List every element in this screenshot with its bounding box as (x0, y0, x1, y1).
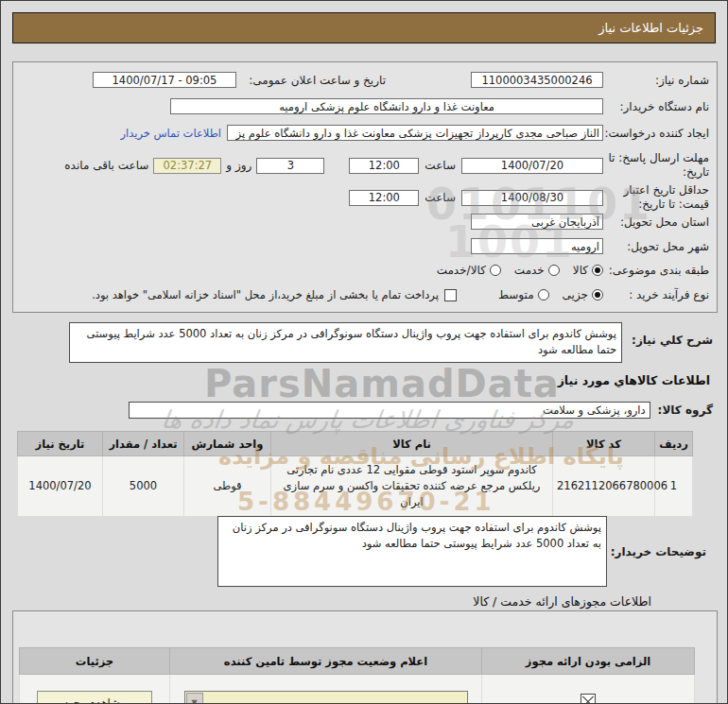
deadline-hour-label: ساعت (425, 159, 456, 172)
province-label: استان محل تحویل: (603, 215, 709, 229)
dropdown-arrow-icon[interactable]: ▼ (186, 693, 203, 704)
license-status-value: -- (204, 696, 467, 704)
province-row: استان محل تحویل: آذربایجان غربی (21, 214, 709, 230)
cell-goods-code: 2162112066780006 (553, 456, 655, 517)
col-need-date: تاریخ نیاز (18, 432, 103, 456)
city-row: شهر محل تحویل: ارومیه (21, 238, 709, 254)
countdown-timer: 02:37:27 (153, 158, 221, 174)
license-table-header-row: الزامی بودن ارائه مجوز اعلام وضعیت مجوز … (20, 648, 695, 675)
radio-medium[interactable] (538, 289, 549, 300)
col-quantity: تعداد / مقدار (103, 432, 184, 456)
col-goods-code: کد کالا (553, 432, 655, 456)
license-table: الزامی بودن ارائه مجوز اعلام وضعیت مجوز … (19, 647, 695, 704)
days-suffix-label: روز و (226, 159, 251, 172)
need-info-panel: شماره نیاز: 1100003435000246 تاریخ و ساع… (12, 61, 718, 313)
need-description-box[interactable]: پوشش کاندوم برای استفاده جهت پروب واژینا… (69, 322, 622, 363)
col-goods-name: نام کالا (271, 432, 553, 456)
view-license-button[interactable]: مشاهده مجوز (37, 691, 152, 704)
license-table-row: ▼ -- مشاهده مجوز (20, 675, 695, 704)
deadline-time-input[interactable]: 12:00 (349, 158, 419, 174)
cell-count-unit: قوطی (184, 456, 271, 517)
subject-class-label: طبقه بندی موضوعی: (603, 264, 709, 277)
buyer-notes-box[interactable]: پوشش کاندوم برای استفاده جهت پروب واژینا… (217, 516, 607, 587)
cell-need-date: 1400/07/20 (18, 456, 103, 517)
treasury-payment-checkbox[interactable] (444, 289, 457, 301)
validity-time-input[interactable]: 12:00 (349, 190, 419, 206)
goods-section-title: اطلاعات کالاهاي مورد نیاز (558, 373, 710, 387)
license-required-checkbox[interactable] (581, 694, 596, 704)
radio-service-label: خدمت (514, 264, 545, 277)
treasury-payment-label: پرداخت تمام یا بخشی از مبلغ خرید،از محل … (92, 288, 439, 301)
request-creator-row: ایجاد کننده درخواست: الناز صباحی مجدی کا… (21, 125, 709, 141)
goods-table-row: 1 2162112066780006 کاندوم سوپر استود قوط… (18, 456, 693, 517)
need-details-screen: جزئیات اطلاعات نیاز شماره نیاز: 11000034… (0, 0, 728, 704)
radio-goods-label: کالا (573, 264, 588, 277)
countdown-suffix-label: ساعت باقی مانده (64, 159, 148, 172)
radio-partial[interactable] (592, 289, 603, 300)
announce-datetime-label: تاریخ و ساعت اعلان عمومی: (236, 74, 386, 87)
license-panel: الزامی بودن ارائه مجوز اعلام وضعیت مجوز … (12, 610, 718, 704)
goods-table-header-row: ردیف کد کالا نام کالا واحد شمارش تعداد /… (18, 432, 693, 456)
buyer-org-label: نام دستگاه خریدار: (603, 100, 709, 113)
radio-goods-service[interactable] (490, 265, 501, 276)
days-remaining-input: 3 (256, 158, 324, 174)
city-label: شهر محل تحویل: (603, 240, 709, 253)
city-input[interactable]: ارومیه (471, 238, 603, 254)
need-number-row: شماره نیاز: 1100003435000246 تاریخ و ساع… (21, 72, 709, 88)
goods-group-row: گروه کالا: دارو، پزشکی و سلامت (129, 402, 713, 419)
announce-datetime-input[interactable]: 1400/07/17 - 09:05 (93, 72, 236, 88)
validity-hour-label: ساعت (425, 191, 456, 204)
request-creator-label: ایجاد کننده درخواست: (603, 127, 709, 140)
radio-partial-label: جزیی (563, 288, 588, 301)
col-license-details: جزئیات (20, 648, 170, 675)
goods-table: ردیف کد کالا نام کالا واحد شمارش تعداد /… (17, 431, 693, 517)
response-deadline-label: مهلت ارسال پاسخ: تا تاریخ: (603, 151, 709, 180)
cell-goods-name: کاندوم سوپر استود قوطی مقوایی 12 عددی نا… (271, 456, 553, 517)
license-status-dropdown[interactable]: ▼ -- (184, 691, 468, 704)
radio-goods[interactable] (592, 265, 603, 276)
need-description-row: شرح کلي نیاز: پوشش کاندوم برای استفاده ج… (10, 322, 713, 363)
radio-goods-service-label: کالا/خدمت (437, 264, 486, 277)
process-type-label: نوع فرآیند خرید : (603, 288, 709, 301)
buyer-contact-link[interactable]: اطلاعات تماس خریدار (120, 127, 221, 140)
price-validity-label: حداقل تاریخ اعتبار قیمت: تا تاریخ: (603, 183, 709, 212)
request-creator-input[interactable]: الناز صباحی مجدی کارپرداز تجهیزات پزشکی … (227, 125, 603, 141)
radio-service[interactable] (548, 265, 560, 276)
need-number-input[interactable]: 1100003435000246 (471, 72, 603, 88)
province-input[interactable]: آذربایجان غربی (471, 214, 603, 230)
deadline-date-input[interactable]: 1400/07/20 (461, 158, 603, 174)
need-number-label: شماره نیاز: (603, 74, 709, 87)
radio-medium-label: متوسط (498, 288, 534, 301)
buyer-notes-label: توضیحات خریدار: (612, 545, 706, 558)
watermark-parsnamaddata: ParsNamadData (204, 362, 560, 405)
subject-class-row: طبقه بندی موضوعی: کالا خدمت کالا/خدمت (21, 264, 709, 277)
col-count-unit: واحد شمارش (184, 432, 271, 456)
process-type-row: نوع فرآیند خرید : جزیی متوسط پرداخت تمام… (21, 288, 709, 301)
cell-license-required (482, 675, 695, 704)
cell-quantity: 5000 (103, 456, 184, 517)
col-license-required: الزامی بودن ارائه مجوز (482, 648, 695, 675)
page-title: جزئیات اطلاعات نیاز (12, 12, 716, 43)
need-description-label: شرح کلي نیاز: (626, 334, 713, 347)
validity-date-input[interactable]: 1400/08/30 (461, 190, 603, 206)
cell-license-status: ▼ -- (170, 675, 482, 704)
buyer-org-input[interactable]: معاونت غذا و دارو دانشگاه علوم پزشکی ارو… (170, 98, 603, 114)
license-section-title: اطلاعات مجوزهای ارائه خدمت / کالا (473, 594, 651, 609)
buyer-notes-row: توضیحات خریدار: پوشش کاندوم برای استفاده… (217, 516, 706, 587)
goods-group-input[interactable]: دارو، پزشکی و سلامت (129, 402, 650, 419)
col-license-status: اعلام وضعیت مجوز توسط تامین کننده (170, 648, 482, 675)
buyer-org-row: نام دستگاه خریدار: معاونت غذا و دارو دان… (21, 98, 709, 114)
price-validity-row: حداقل تاریخ اعتبار قیمت: تا تاریخ: 1400/… (21, 183, 709, 212)
response-deadline-row: مهلت ارسال پاسخ: تا تاریخ: 1400/07/20 سا… (21, 151, 709, 180)
goods-group-label: گروه کالا: (658, 404, 713, 417)
cell-license-details: مشاهده مجوز (20, 675, 170, 704)
col-row-number: ردیف (655, 432, 693, 456)
